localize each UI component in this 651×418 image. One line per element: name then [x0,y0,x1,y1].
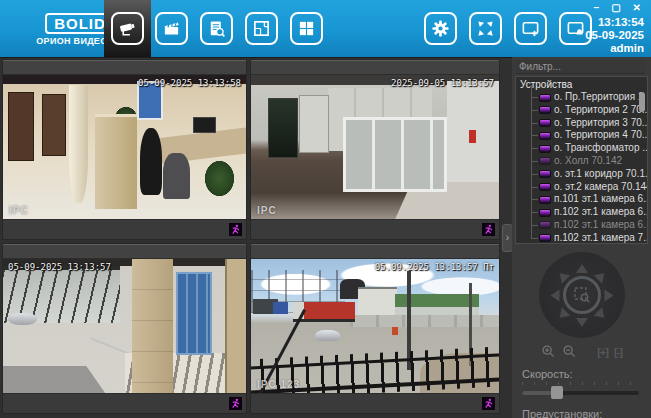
scene-wall [350,315,499,327]
camera-icon [539,132,551,140]
ptz-right-arrow[interactable] [604,290,619,302]
camera-3-titlebar [3,244,246,259]
ptz-left-arrow[interactable] [544,290,559,302]
camera-4-titlebar [251,244,499,259]
focus-plus-icon[interactable]: [+] [597,346,608,358]
zoom-out-icon[interactable] [562,344,577,359]
ptz-zoom-focus-row: [+] [-] [512,344,651,359]
camera-3-statusbar [3,393,246,413]
event-log-search-icon[interactable] [200,12,233,45]
scene-column [69,85,88,203]
camera-icon [539,221,551,229]
device-tree-item[interactable]: о. Территория 3 70.... [516,117,647,130]
focus-minus-icon[interactable]: [-] [614,346,622,358]
fullscreen-icon[interactable] [469,12,502,45]
settings-gear-icon[interactable] [424,12,457,45]
camera-cell-4[interactable]: 05.09.2025 13:13:57 Пт IPC 123 [250,243,500,414]
device-tree-item[interactable]: п.102 эт.1 камера 6... [516,206,647,219]
camera-2-statusbar [251,219,499,239]
add-screen-icon[interactable] [514,12,547,45]
scene-vending-machine [268,98,297,158]
ptz-area-zoom-button[interactable] [563,276,601,314]
ptz-up-right-arrow[interactable] [593,265,612,284]
scene-door [8,92,34,160]
speed-slider-handle[interactable] [551,386,563,399]
device-tree-item[interactable]: о. Территория 4 70.... [516,129,647,142]
scene-car [8,313,37,325]
main-toolbar: BOLID ОРИОН ВИДЕО 2.0 [0,0,651,58]
camera-icon [539,119,551,127]
speed-slider[interactable] [522,386,639,399]
camera-2-watermark: IPC [257,205,277,216]
camera-icon [539,183,551,191]
device-tree-item[interactable]: п.102 эт.1 камера 6... [516,219,647,232]
camera-1-titlebar [3,60,246,75]
live-view-camera-icon[interactable] [111,12,144,45]
device-tree-item[interactable]: о. Трансформатор ... [516,142,647,155]
device-label: п.102 эт.1 камера 6... [554,219,648,230]
camera-2-titlebar [251,60,499,75]
camera-2-timestamp: 2025-09-05 13:13:57 [391,78,494,88]
device-tree-item[interactable]: о. эт.1 коридор 70.1... [516,168,647,181]
ptz-down-left-arrow[interactable] [551,307,570,326]
tab-live-view[interactable] [104,0,151,57]
scene-plant [205,161,234,196]
camera-1-video[interactable]: 05-09-2025 13:13:58 IPC [3,75,246,219]
device-tree-item[interactable]: п.102 эт.1 камера 7... [516,232,647,244]
camera-icon [539,94,551,102]
camera-icon [539,145,551,153]
motion-alarm-icon[interactable] [482,223,495,236]
minimize-button[interactable]: – [594,3,600,13]
device-label: о. Холл 70.142 [554,155,622,166]
camera-cell-2[interactable]: 2025-09-05 13:13:57 IPC [250,59,500,240]
device-tree-list: о. Пр.Территория 1 ...о. Территория 2 70… [516,91,647,244]
ptz-up-arrow[interactable] [576,258,588,273]
scene-door [42,94,66,156]
device-tree-panel: Устройства о. Пр.Территория 1 ...о. Терр… [515,76,648,244]
device-label: о. Территория 3 70.... [554,117,648,128]
close-button[interactable]: ✕ [633,3,641,13]
scene-fire-extinguisher [469,130,475,143]
speed-label: Скорость: [522,368,651,380]
ptz-up-left-arrow[interactable] [551,265,570,284]
device-tree-item[interactable]: п.101 эт.1 камера 6... [516,193,647,206]
archive-clapperboard-icon[interactable] [155,12,188,45]
session-info: 13:13:54 05-09-2025 admin [585,16,644,55]
camera-1-watermark: IPC [9,205,29,216]
ptz-down-right-arrow[interactable] [593,307,612,326]
device-tree-item[interactable]: о. эт.2 камера 70.144 [516,181,647,194]
device-tree-item[interactable]: о. Пр.Территория 1 ... [516,91,647,104]
tree-scrollbar-thumb[interactable] [639,92,645,112]
camera-cell-3[interactable]: 05-09-2025 13:13:57 [2,243,247,414]
device-label: о. эт.1 коридор 70.1... [554,168,648,179]
zoom-in-icon[interactable] [541,344,556,359]
camera-3-video[interactable]: 05-09-2025 13:13:57 [3,259,246,393]
site-plan-icon[interactable] [245,12,278,45]
maximize-button[interactable]: ▢ [611,3,620,13]
device-label: п.101 эт.1 камера 6... [554,193,648,204]
camera-icon [539,209,551,217]
camera-4-statusbar [251,393,499,413]
camera-icon [539,170,551,178]
scene-cone [392,327,397,335]
scene-glass-partition [343,117,447,192]
motion-alarm-icon[interactable] [482,397,495,410]
device-tree-item[interactable]: о. Холл 70.142 [516,155,647,168]
camera-1-timestamp: 05-09-2025 13:13:58 [138,78,241,88]
motion-alarm-icon[interactable] [229,397,242,410]
camera-cell-1[interactable]: 05-09-2025 13:13:58 IPC [2,59,247,240]
device-tree-header: Устройства [516,77,647,91]
clock-time: 13:13:54 [585,16,644,29]
scene-person [140,128,162,194]
layout-grid-icon[interactable] [290,12,323,45]
device-label: о. Пр.Территория 1 ... [554,91,648,102]
device-label: о. Трансформатор ... [554,142,648,153]
camera-4-video[interactable]: 05.09.2025 13:13:57 Пт IPC 123 [251,259,499,393]
motion-alarm-icon[interactable] [229,223,242,236]
camera-icon [539,196,551,204]
camera-2-video[interactable]: 2025-09-05 13:13:57 IPC [251,75,499,219]
device-label: о. эт.2 камера 70.144 [554,181,648,192]
filter-input[interactable] [516,60,645,74]
ptz-down-arrow[interactable] [576,318,588,333]
device-tree-item[interactable]: о. Территория 2 70.... [516,104,647,117]
